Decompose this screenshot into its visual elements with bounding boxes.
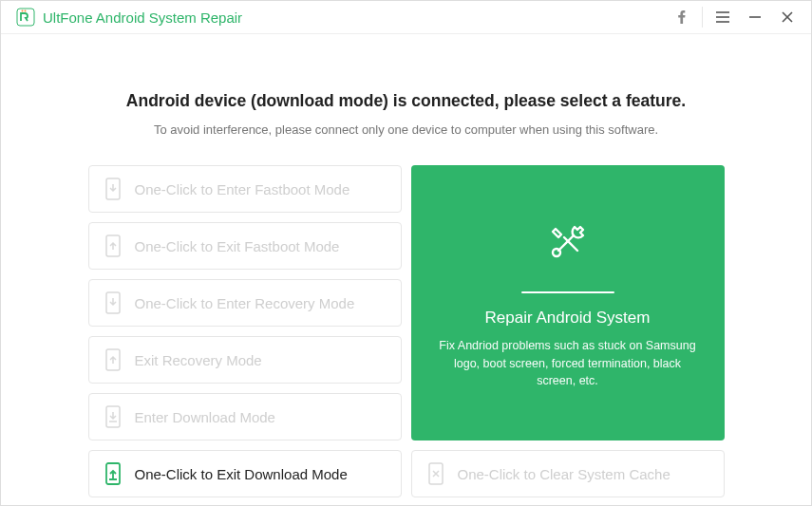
svg-point-15	[553, 249, 560, 256]
window-controls	[666, 1, 803, 33]
option-label: Enter Download Mode	[135, 409, 275, 425]
enter-fastboot-option: One-Click to Enter Fastboot Mode	[88, 165, 402, 213]
app-window: UltFone Android System Repair Android de…	[0, 0, 812, 506]
option-label: Exit Recovery Mode	[135, 352, 262, 368]
phone-arrow-down-icon	[104, 291, 122, 314]
option-label: One-Click to Enter Recovery Mode	[135, 295, 355, 311]
repair-card-desc: Fix Andriod problems such as stuck on Sa…	[438, 337, 698, 390]
brand-icon	[16, 8, 35, 27]
option-label: One-Click to Exit Fastboot Mode	[135, 238, 340, 254]
exit-fastboot-option: One-Click to Exit Fastboot Mode	[88, 222, 402, 270]
close-button[interactable]	[771, 1, 803, 33]
option-label: One-Click to Enter Fastboot Mode	[135, 181, 350, 197]
tools-icon	[542, 216, 594, 271]
phone-arrow-up-icon	[104, 348, 122, 371]
enter-recovery-option: One-Click to Enter Recovery Mode	[88, 279, 402, 327]
enter-download-option: Enter Download Mode	[88, 393, 402, 440]
facebook-button[interactable]	[666, 1, 698, 33]
option-label: One-Click to Clear System Cache	[458, 466, 670, 482]
app-logo: UltFone Android System Repair	[16, 8, 242, 27]
phone-download-icon	[104, 405, 122, 428]
card-divider	[521, 291, 614, 293]
page-heading: Android device (download mode) is connec…	[126, 91, 686, 111]
titlebar-divider	[702, 7, 703, 28]
phone-upload-icon	[104, 462, 122, 485]
svg-point-2	[25, 10, 27, 12]
svg-point-1	[22, 10, 24, 12]
main-content: Android device (download mode) is connec…	[1, 34, 811, 506]
exit-recovery-option: Exit Recovery Mode	[88, 336, 402, 384]
feature-grid: One-Click to Enter Fastboot Mode One-Cli…	[88, 165, 725, 497]
phone-arrow-up-icon	[104, 234, 122, 257]
menu-button[interactable]	[707, 1, 739, 33]
repair-card-title: Repair Android System	[485, 309, 651, 328]
app-title: UltFone Android System Repair	[43, 9, 242, 26]
repair-android-card[interactable]: Repair Android System Fix Andriod proble…	[411, 165, 725, 440]
minimize-button[interactable]	[739, 1, 771, 33]
option-label: One-Click to Exit Download Mode	[135, 466, 348, 482]
phone-arrow-down-icon	[104, 178, 122, 200]
phone-clear-icon	[427, 462, 444, 485]
page-subheading: To avoid interference, please connect on…	[154, 122, 658, 137]
exit-download-option[interactable]: One-Click to Exit Download Mode	[88, 450, 402, 497]
clear-cache-option: One-Click to Clear System Cache	[411, 450, 725, 497]
titlebar: UltFone Android System Repair	[1, 1, 811, 34]
